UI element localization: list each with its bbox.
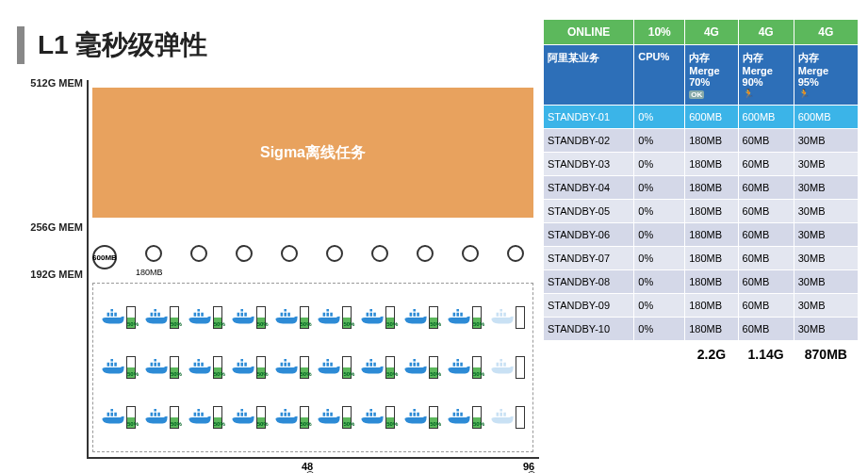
hdr-4g-2: 4G xyxy=(738,20,794,45)
cell-m95: 30MB xyxy=(794,270,858,294)
col-cpu: CPU% xyxy=(634,45,685,106)
y-label-512: 512G MEM xyxy=(30,77,83,89)
usage-pct: 50% xyxy=(386,421,394,427)
container-cell: 50% xyxy=(231,306,266,329)
usage-bar: 50% xyxy=(300,306,309,329)
cell-m95: 30MB xyxy=(794,318,858,341)
cell-m70: 180MB xyxy=(685,129,738,153)
container-cell: 50% xyxy=(360,306,395,329)
cell-m95: 30MB xyxy=(794,223,858,247)
cell-m95: 30MB xyxy=(794,200,858,223)
cell-m95: 600MB xyxy=(794,106,858,129)
usage-pct: 50% xyxy=(343,371,351,377)
memory-chart: 512G MEM 256G MEM 192G MEM Sigma离线任务 600… xyxy=(28,80,537,466)
whale-icon xyxy=(144,409,169,426)
col-merge90-label: 内存Merge90% xyxy=(743,52,773,88)
container-cell: 50% xyxy=(403,306,438,329)
y-label-192: 192G MEM xyxy=(30,269,83,280)
hdr-online: ONLINE xyxy=(544,20,634,45)
circle-180mb-label: 180MB xyxy=(136,268,163,277)
hdr-10pct: 10% xyxy=(634,20,685,45)
usage-bar: 50% xyxy=(429,406,438,429)
cell-n: STANDBY-04 xyxy=(544,176,634,200)
sigma-block: Sigma离线任务 xyxy=(92,88,533,218)
x-label-48: 48 xyxy=(302,461,313,472)
table-row: STANDBY-010%600MB600MB600MB xyxy=(544,106,859,129)
cell-m90: 60MB xyxy=(738,153,794,176)
usage-bar: 50% xyxy=(213,406,222,429)
usage-bar: 50% xyxy=(126,306,136,329)
cell-m70: 180MB xyxy=(685,318,738,341)
usage-bar: 50% xyxy=(170,306,179,329)
usage-bar: 50% xyxy=(472,306,482,329)
usage-pct: 50% xyxy=(127,371,135,377)
whale-icon xyxy=(360,359,385,376)
usage-bar: 50% xyxy=(342,406,352,429)
whale-icon xyxy=(101,359,125,376)
container-cell: 50% xyxy=(447,406,482,429)
usage-bar xyxy=(516,406,525,429)
usage-bar: 50% xyxy=(213,356,222,379)
cell-m95: 30MB xyxy=(794,153,858,176)
usage-bar: 50% xyxy=(213,306,222,329)
cell-cpu: 0% xyxy=(634,294,685,318)
container-grid: 50%50%50%50%50%50%50%50%50%50%50%50%50%5… xyxy=(92,283,533,452)
container-cell: 50% xyxy=(317,356,352,379)
usage-pct: 50% xyxy=(473,421,481,427)
whale-icon xyxy=(403,359,428,376)
cell-m90: 60MB xyxy=(738,223,794,247)
container-cell xyxy=(490,306,525,329)
circle-icon xyxy=(507,245,524,262)
cell-m70: 600MB xyxy=(685,106,738,129)
cell-n: STANDBY-03 xyxy=(544,153,634,176)
cell-cpu: 0% xyxy=(634,176,685,200)
cell-m70: 180MB xyxy=(685,153,738,176)
circle-icon xyxy=(371,245,388,262)
whale-icon xyxy=(101,309,125,326)
cell-m95: 30MB xyxy=(794,129,858,153)
container-cell: 50% xyxy=(101,306,136,329)
cell-cpu: 0% xyxy=(634,247,685,270)
usage-bar: 50% xyxy=(256,356,266,379)
usage-pct: 50% xyxy=(257,421,265,427)
whale-icon xyxy=(144,309,169,326)
cell-m90: 600MB xyxy=(738,106,794,129)
cell-m90: 60MB xyxy=(738,176,794,200)
container-cell: 50% xyxy=(188,406,222,429)
container-cell: 50% xyxy=(403,356,438,379)
usage-pct: 50% xyxy=(257,321,265,327)
cell-cpu: 0% xyxy=(634,106,685,129)
cell-n: STANDBY-05 xyxy=(544,200,634,223)
table-row: STANDBY-050%180MB60MB30MB xyxy=(544,200,859,223)
whale-icon xyxy=(360,409,385,426)
usage-pct: 50% xyxy=(171,321,178,327)
usage-bar: 50% xyxy=(472,406,482,429)
container-cell: 50% xyxy=(403,406,438,429)
container-cell xyxy=(490,406,525,429)
cell-m90: 60MB xyxy=(738,200,794,223)
cell-m70: 180MB xyxy=(685,270,738,294)
usage-pct: 50% xyxy=(473,321,481,327)
usage-pct: 50% xyxy=(214,371,221,377)
whale-icon xyxy=(144,359,169,376)
usage-bar: 50% xyxy=(385,356,395,379)
total-90: 1.14G xyxy=(738,341,794,368)
usage-pct: 50% xyxy=(214,321,221,327)
container-row: 50%50%50%50%50%50%50%50%50% xyxy=(101,356,525,379)
usage-bar: 50% xyxy=(300,356,309,379)
cell-m90: 60MB xyxy=(738,129,794,153)
table-row: STANDBY-080%180MB60MB30MB xyxy=(544,270,859,294)
usage-bar: 50% xyxy=(385,406,395,429)
whale-icon xyxy=(188,359,212,376)
total-95: 870MB xyxy=(794,341,858,368)
circle-icon xyxy=(281,245,298,262)
whale-icon xyxy=(317,309,341,326)
usage-pct: 50% xyxy=(301,371,308,377)
container-row: 50%50%50%50%50%50%50%50%50% xyxy=(101,406,525,429)
usage-bar: 50% xyxy=(256,306,266,329)
x-axis xyxy=(87,457,539,459)
container-cell: 50% xyxy=(274,356,309,379)
table-row: STANDBY-020%180MB60MB30MB xyxy=(544,129,859,153)
whale-icon xyxy=(231,309,255,326)
usage-pct: 50% xyxy=(301,321,308,327)
